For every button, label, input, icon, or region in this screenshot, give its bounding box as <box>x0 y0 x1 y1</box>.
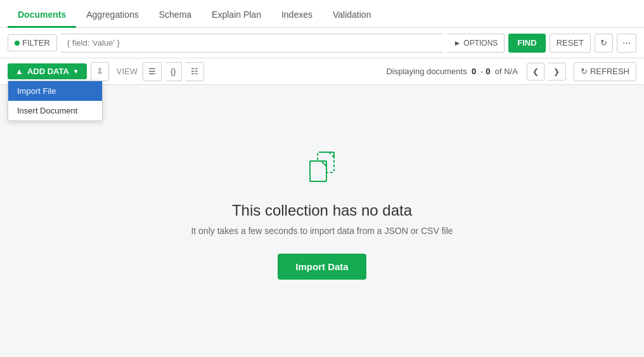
more-options-button[interactable]: ⋯ <box>617 34 636 53</box>
filter-button[interactable]: FILTER <box>8 34 57 51</box>
find-button[interactable]: FIND <box>508 34 545 53</box>
import-data-button[interactable]: Import Data <box>278 254 366 280</box>
empty-state-icon <box>300 145 344 189</box>
doc-total: N/A <box>504 67 518 76</box>
options-label: OPTIONS <box>463 39 498 48</box>
chevron-right-icon: ❯ <box>553 67 560 76</box>
options-arrow-icon: ► <box>453 39 461 48</box>
history-icon: ↻ <box>600 38 607 48</box>
tab-schema[interactable]: Schema <box>149 3 202 28</box>
table-view-icon: ☷ <box>191 67 198 76</box>
add-data-dropdown-container: ▲ ADD DATA ▼ Import File Insert Document <box>8 63 87 79</box>
tab-indexes[interactable]: Indexes <box>271 3 323 28</box>
view-json-button[interactable]: {} <box>165 62 182 81</box>
json-view-icon: {} <box>171 67 176 76</box>
doc-count-label: Displaying documents 0 - 0 of N/A <box>386 67 517 76</box>
view-label: VIEW <box>117 67 138 76</box>
tab-aggregations[interactable]: Aggregations <box>76 3 149 28</box>
next-page-button[interactable]: ❯ <box>548 63 566 81</box>
prev-page-button[interactable]: ❮ <box>527 63 544 81</box>
refresh-icon: ↻ <box>581 67 588 76</box>
action-bar: ▲ ADD DATA ▼ Import File Insert Document… <box>0 58 644 85</box>
dropdown-arrow-icon: ▼ <box>73 68 79 75</box>
tab-validation[interactable]: Validation <box>323 3 381 28</box>
filter-label: FILTER <box>22 38 50 48</box>
view-list-button[interactable]: ☰ <box>143 62 162 81</box>
add-data-dropdown-menu: Import File Insert Document <box>8 81 103 121</box>
empty-subtitle: It only takes a few seconds to import da… <box>191 226 453 236</box>
options-button[interactable]: ► OPTIONS <box>447 34 505 53</box>
filter-input[interactable] <box>61 34 444 53</box>
doc-range-start: 0 <box>472 67 476 76</box>
doc-count-prefix: Displaying documents <box>386 67 467 76</box>
export-icon: ⇩ <box>96 67 103 76</box>
filter-active-dot <box>15 41 20 46</box>
history-button[interactable]: ↻ <box>595 34 613 53</box>
insert-document-item[interactable]: Insert Document <box>8 101 102 120</box>
main-content: This collection has no data It only take… <box>0 85 644 339</box>
tab-bar: Documents Aggregations Schema Explain Pl… <box>0 0 644 28</box>
tab-explain-plan[interactable]: Explain Plan <box>202 3 271 28</box>
chevron-left-icon: ❮ <box>532 67 539 76</box>
export-button[interactable]: ⇩ <box>91 62 109 81</box>
refresh-button[interactable]: ↻ REFRESH <box>574 62 636 81</box>
reset-button[interactable]: RESET <box>550 34 591 53</box>
add-data-button[interactable]: ▲ ADD DATA ▼ <box>8 63 87 79</box>
upload-icon: ▲ <box>15 67 23 76</box>
empty-title: This collection has no data <box>232 202 412 219</box>
import-file-item[interactable]: Import File <box>8 81 102 101</box>
refresh-label: REFRESH <box>590 67 629 76</box>
doc-range-end: 0 <box>486 67 490 76</box>
more-icon: ⋯ <box>622 38 631 48</box>
add-data-label: ADD DATA <box>27 67 69 76</box>
filter-toolbar: FILTER ► OPTIONS FIND RESET ↻ ⋯ <box>0 28 644 58</box>
view-table-button[interactable]: ☷ <box>186 62 204 81</box>
tab-documents[interactable]: Documents <box>8 3 76 28</box>
list-view-icon: ☰ <box>148 67 156 76</box>
